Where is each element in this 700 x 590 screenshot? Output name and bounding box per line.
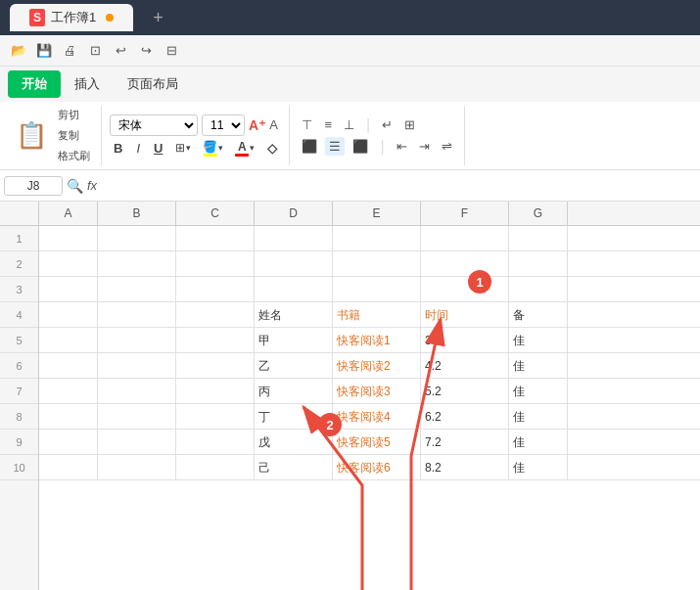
cell-g3[interactable] [509,277,568,302]
cell-e6[interactable]: 快客阅读2 [333,353,421,379]
font-grow-button[interactable]: A⁺ [249,117,265,133]
cell-f6[interactable]: 4.2 [421,353,509,379]
cell-f7[interactable]: 5.2 [421,379,509,404]
cell-b6[interactable] [98,353,176,379]
left-align-button[interactable]: ⬛ [298,137,321,156]
cell-c5[interactable] [176,328,255,353]
more-button[interactable]: ⊟ [161,40,182,62]
cell-f4[interactable]: 时间 [421,302,509,328]
cell-c9[interactable] [176,430,255,455]
cell-b5[interactable] [98,328,176,353]
cell-d5[interactable]: 甲 [255,328,333,353]
cell-c3[interactable] [176,277,255,302]
cell-d1[interactable] [255,226,333,251]
font-shrink-button[interactable]: A [269,117,278,132]
font-family-select[interactable]: 宋体 [110,114,198,136]
right-align-button[interactable]: ⬛ [349,137,372,156]
indent-decrease-button[interactable]: ⇤ [393,137,411,156]
col-header-f[interactable]: F [421,202,509,225]
clear-format-button[interactable]: ◇ [263,140,281,157]
open-button[interactable]: 📂 [8,40,29,62]
border-button[interactable]: ⊞ ▾ [172,140,194,156]
font-size-select[interactable]: 11 [202,114,245,136]
tab-start[interactable]: 开始 [8,70,61,98]
cell-e9[interactable]: 快客阅读5 [333,430,421,455]
bottom-align-button[interactable]: ⊥ [340,115,358,134]
cell-b4[interactable] [98,302,176,328]
cell-c10[interactable] [176,455,255,480]
cell-g4[interactable]: 备 [509,302,568,328]
cell-c6[interactable] [176,353,255,379]
cell-c1[interactable] [176,226,255,251]
cell-e7[interactable]: 快客阅读3 [333,379,421,404]
cell-d2[interactable] [255,251,333,277]
cell-c8[interactable] [176,404,255,430]
cell-b1[interactable] [98,226,176,251]
cell-g1[interactable] [509,226,568,251]
cell-d3[interactable] [255,277,333,302]
cell-c7[interactable] [176,379,255,404]
cell-b2[interactable] [98,251,176,277]
cell-e1[interactable] [333,226,421,251]
undo-button[interactable]: ↩ [110,40,131,62]
col-header-d[interactable]: D [255,202,333,225]
cell-f3[interactable] [421,277,509,302]
font-color-button[interactable]: A ▾ [232,139,257,158]
cut-button[interactable]: 剪切 [55,107,93,123]
cell-b3[interactable] [98,277,176,302]
cell-d6[interactable]: 乙 [255,353,333,379]
format-painter-button[interactable]: 格式刷 [55,148,93,164]
cell-a4[interactable] [39,302,98,328]
new-tab-button[interactable]: + [153,8,163,28]
cell-d4[interactable]: 姓名 [255,302,333,328]
cell-a2[interactable] [39,251,98,277]
bold-button[interactable]: B [110,140,126,157]
cell-a8[interactable] [39,404,98,430]
cell-b7[interactable] [98,379,176,404]
col-header-a[interactable]: A [39,202,98,225]
cell-b10[interactable] [98,455,176,480]
cell-e10[interactable]: 快客阅读6 [333,455,421,480]
paste-button[interactable]: 📋 [16,120,47,151]
cell-e2[interactable] [333,251,421,277]
tab-layout[interactable]: 页面布局 [114,69,192,99]
cell-d7[interactable]: 丙 [255,379,333,404]
cell-a10[interactable] [39,455,98,480]
cell-e8[interactable]: 快客阅读4 [333,404,421,430]
top-align-button[interactable]: ⊤ [298,115,316,134]
cell-f5[interactable]: 3.2 [421,328,509,353]
cell-a7[interactable] [39,379,98,404]
cell-a5[interactable] [39,328,98,353]
cell-g8[interactable]: 佳 [509,404,568,430]
cell-g7[interactable]: 佳 [509,379,568,404]
indent-increase-button[interactable]: ⇥ [415,137,434,156]
cell-f9[interactable]: 7.2 [421,430,509,455]
fill-color-button[interactable]: 🪣 ▾ [200,139,226,158]
cell-reference-input[interactable] [4,176,63,196]
cell-f1[interactable] [421,226,509,251]
copy-button[interactable]: 复制 [55,127,93,144]
cell-f8[interactable]: 6.2 [421,404,509,430]
merge-button[interactable]: ⊞ [400,115,419,134]
center-align-button[interactable]: ☰ [325,137,345,156]
cell-a1[interactable] [39,226,98,251]
cell-g5[interactable]: 佳 [509,328,568,353]
text-direction-button[interactable]: ⇌ [438,137,456,156]
col-header-c[interactable]: C [176,202,255,225]
cell-c4[interactable] [176,302,255,328]
cell-d8[interactable]: 丁 [255,404,333,430]
cell-a6[interactable] [39,353,98,379]
italic-button[interactable]: I [132,140,144,157]
cell-e4[interactable]: 书籍 [333,302,421,328]
cell-f2[interactable] [421,251,509,277]
redo-button[interactable]: ↪ [135,40,157,62]
wrap-text-button[interactable]: ↵ [378,115,397,134]
middle-align-button[interactable]: ≡ [320,115,336,134]
print-button[interactable]: 🖨 [59,40,80,62]
cell-b8[interactable] [98,404,176,430]
col-header-e[interactable]: E [333,202,421,225]
cell-g6[interactable]: 佳 [509,353,568,379]
cell-d9[interactable]: 戊 [255,430,333,455]
cell-g10[interactable]: 佳 [509,455,568,480]
cell-e3[interactable] [333,277,421,302]
